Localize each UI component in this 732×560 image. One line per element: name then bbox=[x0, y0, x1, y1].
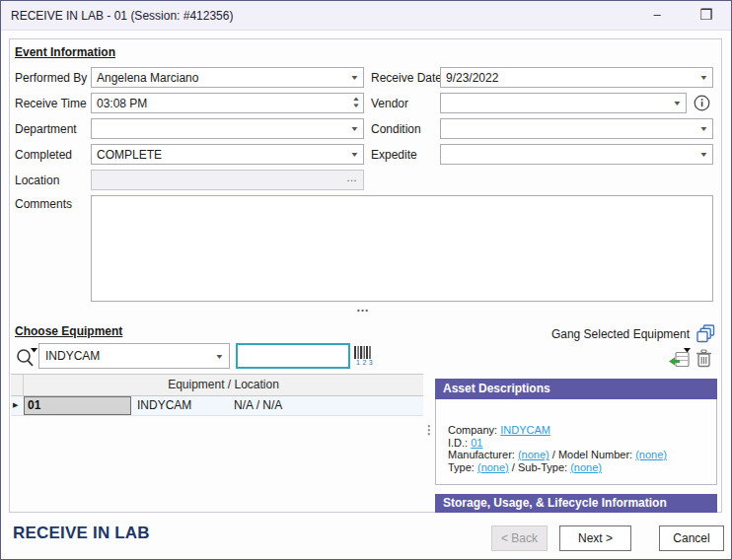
subtype-label: Sub-Type: bbox=[518, 461, 567, 473]
manufacturer-link[interactable]: (none) bbox=[518, 449, 549, 460]
location-field: … bbox=[91, 170, 364, 190]
receive-time-label: Receive Time bbox=[15, 97, 87, 110]
choose-equipment-heading: Choose Equipment bbox=[15, 324, 122, 338]
chevron-down-icon: ▼ bbox=[215, 353, 225, 360]
chevron-down-icon: ▼ bbox=[673, 100, 683, 106]
gang-selected-equipment-label: Gang Selected Equipment bbox=[551, 327, 690, 341]
minimize-button[interactable]: – bbox=[642, 4, 672, 28]
asset-descriptions-header: Asset Descriptions bbox=[435, 379, 717, 399]
search-icon[interactable] bbox=[14, 345, 39, 369]
equipment-location-column-header: Equipment / Location bbox=[24, 375, 423, 395]
completed-combobox[interactable]: COMPLETE ▼ bbox=[91, 144, 364, 165]
chevron-down-icon: ▼ bbox=[699, 74, 709, 81]
chevron-down-icon: ▼ bbox=[699, 125, 709, 132]
company-link[interactable]: INDYCAM bbox=[500, 424, 550, 436]
row-indicator-icon: ▶ bbox=[13, 401, 18, 409]
receive-date-combobox[interactable]: 9/23/2022 ▼ bbox=[440, 67, 713, 88]
maximize-button[interactable]: ❒ bbox=[692, 4, 721, 28]
receive-time-value: 03:08 PM bbox=[97, 97, 147, 110]
asset-company-line: Company: INDYCAM bbox=[448, 424, 710, 437]
location-browse-button[interactable]: … bbox=[346, 172, 357, 183]
asset-descriptions-panel: Asset Descriptions Company: INDYCAM I.D.… bbox=[435, 379, 717, 513]
cancel-button[interactable]: Cancel bbox=[659, 525, 724, 551]
asset-type-line: Type: (none) / Sub-Type: (none) bbox=[448, 461, 710, 474]
info-icon[interactable] bbox=[694, 95, 710, 111]
gang-selected-equipment[interactable]: Gang Selected Equipment bbox=[475, 324, 715, 343]
equipment-search-type-combobox[interactable]: INDYCAM ▼ bbox=[38, 343, 230, 369]
barcode-scan-input[interactable] bbox=[236, 343, 350, 369]
location-label: Location bbox=[15, 174, 59, 187]
receive-date-label: Receive Date bbox=[371, 71, 442, 85]
separator: / bbox=[552, 449, 555, 460]
type-label: Type: bbox=[448, 461, 475, 473]
table-row[interactable]: ▶ 01 INDYCAM N/A / N/A bbox=[11, 396, 423, 416]
barcode-icon: 123 bbox=[354, 346, 375, 366]
row-indicator-column bbox=[11, 375, 24, 395]
receive-date-value: 9/23/2022 bbox=[446, 71, 498, 85]
completed-value: COMPLETE bbox=[97, 148, 162, 162]
performed-by-value: Angelena Marciano bbox=[97, 71, 198, 85]
vendor-combobox[interactable]: ▼ bbox=[440, 93, 687, 113]
back-button[interactable]: < Back bbox=[491, 525, 548, 551]
company-label: Company: bbox=[448, 424, 497, 436]
delete-trash-icon[interactable] bbox=[695, 349, 712, 368]
id-link[interactable]: 01 bbox=[471, 437, 482, 449]
storage-usage-lifecycle-header: Storage, Usage, & Lifecycle Information bbox=[435, 494, 717, 513]
equipment-location-cell: N/A / N/A bbox=[234, 398, 282, 412]
asset-id-line: I.D.: 01 bbox=[448, 437, 710, 450]
id-label: I.D.: bbox=[448, 437, 468, 449]
chevron-down-icon: ▼ bbox=[350, 125, 360, 132]
receive-time-spinner[interactable]: 03:08 PM ▲▼ bbox=[91, 93, 364, 113]
chevron-down-icon: ▼ bbox=[350, 151, 360, 158]
comments-label: Comments bbox=[15, 197, 72, 211]
chevron-down-icon: ▼ bbox=[350, 74, 360, 81]
gang-copy-stack-icon[interactable] bbox=[696, 324, 715, 343]
equipment-search-type-value: INDYCAM bbox=[45, 349, 100, 363]
comments-textarea[interactable] bbox=[91, 195, 713, 302]
performed-by-label: Performed By bbox=[15, 71, 87, 85]
model-number-link[interactable]: (none) bbox=[635, 449, 667, 460]
manufacturer-label: Manufacturer: bbox=[448, 449, 515, 460]
next-button[interactable]: Next > bbox=[559, 525, 631, 551]
asset-manufacturer-line: Manufacturer: (none) / Model Number: (no… bbox=[448, 449, 710, 461]
type-link[interactable]: (none) bbox=[477, 461, 509, 473]
import-to-grid-button[interactable] bbox=[668, 348, 692, 369]
spinner-arrows-icon[interactable]: ▲▼ bbox=[353, 96, 359, 109]
vertical-splitter-dots-icon[interactable]: ⋮ bbox=[423, 428, 435, 433]
condition-label: Condition bbox=[371, 122, 421, 136]
completed-label: Completed bbox=[15, 148, 72, 162]
department-combobox[interactable]: ▼ bbox=[91, 118, 364, 139]
subtype-link[interactable]: (none) bbox=[570, 461, 602, 473]
expedite-combobox[interactable]: ▼ bbox=[440, 144, 713, 165]
expedite-label: Expedite bbox=[371, 148, 417, 162]
title-bar: RECEIVE IN LAB - 01 (Session: #412356) –… bbox=[1, 1, 731, 31]
equipment-table: Equipment / Location ▶ 01 INDYCAM N/A / … bbox=[11, 374, 423, 416]
footer-wizard-title: RECEIVE IN LAB bbox=[13, 524, 150, 543]
window-title: RECEIVE IN LAB - 01 (Session: #412356) bbox=[1, 9, 233, 23]
receive-in-lab-dialog: RECEIVE IN LAB - 01 (Session: #412356) –… bbox=[0, 0, 732, 560]
equipment-company-cell: INDYCAM bbox=[137, 398, 191, 412]
equipment-id-cell[interactable]: 01 bbox=[24, 396, 131, 415]
chevron-down-icon: ▼ bbox=[699, 151, 709, 158]
separator: / bbox=[512, 461, 515, 473]
performed-by-combobox[interactable]: Angelena Marciano ▼ bbox=[91, 67, 364, 88]
equipment-table-header: Equipment / Location bbox=[11, 375, 423, 396]
event-information-heading: Event Information bbox=[15, 45, 115, 59]
splitter-dots-icon[interactable]: … bbox=[356, 300, 370, 315]
model-number-label: Model Number: bbox=[558, 449, 632, 460]
vendor-label: Vendor bbox=[371, 97, 408, 110]
asset-descriptions-body: Company: INDYCAM I.D.: 01 Manufacturer: … bbox=[435, 399, 717, 485]
condition-combobox[interactable]: ▼ bbox=[440, 118, 713, 139]
barcode-digits: 123 bbox=[354, 359, 375, 366]
department-label: Department bbox=[15, 122, 77, 136]
